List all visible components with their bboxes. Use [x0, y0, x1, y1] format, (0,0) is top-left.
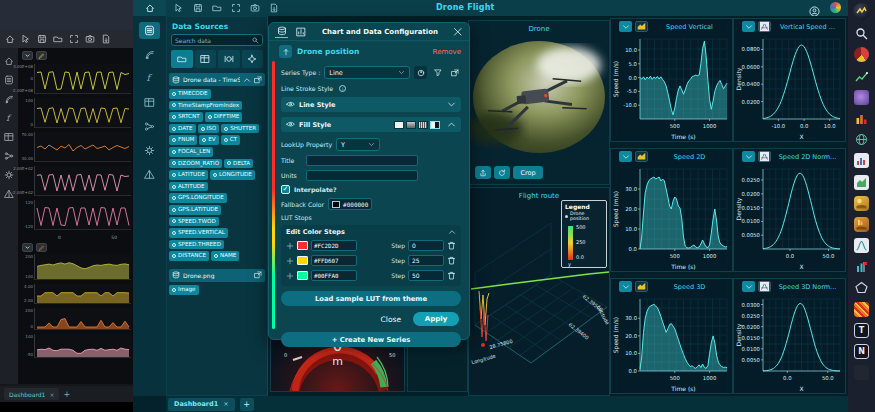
field-chip[interactable]: FOCAL_LEN	[169, 147, 213, 157]
open-icon[interactable]	[212, 3, 222, 13]
sidebar-item-broadcast[interactable]	[139, 46, 160, 63]
hand-chart-icon[interactable]	[854, 217, 869, 232]
home-icon[interactable]	[5, 34, 15, 44]
chart-menu-button[interactable]	[742, 281, 755, 292]
edit-chart-icon[interactable]	[36, 243, 47, 252]
sidebar-item-settings[interactable]	[139, 142, 160, 159]
field-chip[interactable]: DIFFTIME	[205, 112, 243, 122]
theme-color-icon[interactable]	[830, 2, 841, 13]
layout-icon[interactable]	[4, 132, 14, 142]
chart-type-icon[interactable]	[635, 151, 648, 162]
sidebar-item-data-sources[interactable]	[139, 22, 160, 39]
drone-image-panel[interactable]: Drone	[468, 20, 610, 185]
color-hex-input[interactable]: #00FFA0	[311, 270, 357, 281]
home-button[interactable]	[133, 0, 166, 16]
add-step-icon[interactable]	[286, 257, 294, 265]
trash-icon[interactable]	[447, 271, 456, 280]
color-hex-input[interactable]: #FFD607	[311, 255, 357, 266]
histogram-icon[interactable]	[854, 153, 869, 168]
crop-button[interactable]: Crop	[513, 166, 543, 179]
color-steps-header[interactable]: Edit Color Steps	[286, 228, 456, 236]
tab-tables[interactable]	[195, 50, 217, 68]
text-tool-icon[interactable]: T	[854, 323, 869, 338]
scatter-purple-icon[interactable]	[854, 90, 869, 105]
refresh-button[interactable]	[494, 166, 510, 179]
field-chip[interactable]: SPEED.THREED	[169, 240, 224, 250]
step-value-input[interactable]: 0	[408, 240, 444, 251]
lookup-select[interactable]: Y	[336, 138, 380, 151]
remove-series-button[interactable]: Remove	[433, 48, 461, 56]
field-chip[interactable]: LATITUDE	[169, 170, 208, 180]
chart-panel-speed_2d_norm[interactable]: Speed 2D Norm...0.00500.01000.01500.0200…	[733, 148, 846, 272]
step-value-input[interactable]: 50	[408, 270, 444, 281]
style-button[interactable]	[414, 66, 427, 79]
hand-coins-icon[interactable]	[854, 196, 869, 211]
fallback-color-input[interactable]: #000000	[328, 198, 372, 210]
user-account-icon[interactable]	[809, 2, 820, 13]
fullscreen-icon[interactable]	[231, 3, 241, 13]
data-sources-icon[interactable]	[4, 75, 14, 85]
pie-chart-icon[interactable]	[854, 47, 869, 62]
chart-panel-speed_3d_norm[interactable]: Speed 3D Norm...0.00500.01000.01500.0200…	[733, 278, 846, 394]
close-icon[interactable]: ×	[49, 391, 54, 398]
field-chip[interactable]: TIMECODE	[169, 89, 211, 99]
field-chip[interactable]: SRTCNT	[169, 112, 203, 122]
sidebar-item-prism[interactable]	[139, 166, 160, 183]
chart-type-icon[interactable]	[758, 151, 771, 162]
bar-chart-icon[interactable]	[854, 111, 869, 126]
save-icon[interactable]	[37, 34, 47, 44]
pointer-icon[interactable]	[21, 34, 31, 44]
disabled-tool-icon[interactable]	[854, 365, 869, 380]
open-folder-icon[interactable]	[53, 34, 63, 44]
share-icon[interactable]	[4, 151, 14, 161]
fill-solid-swatch[interactable]	[394, 121, 404, 129]
bg-dashboard-tab[interactable]: Dashboard1×	[4, 388, 59, 400]
search-input[interactable]: Search data	[171, 34, 263, 46]
chevron-down-icon[interactable]	[22, 51, 33, 60]
field-chip[interactable]: LONGITUDE	[210, 170, 255, 180]
edit-icon[interactable]	[254, 271, 262, 279]
camera-icon[interactable]	[85, 34, 95, 44]
field-chip[interactable]: EV	[199, 135, 218, 145]
field-chip[interactable]: SPEED.TWOD	[169, 217, 219, 227]
field-chip[interactable]: DISTANCE	[169, 251, 209, 261]
field-chip[interactable]: SHUTTER	[221, 124, 259, 134]
color-swatch[interactable]	[297, 256, 308, 265]
chart-menu-button[interactable]	[619, 151, 632, 162]
tab-folders[interactable]	[171, 50, 193, 68]
bell-curve-icon[interactable]	[854, 238, 869, 253]
app-logo-icon[interactable]	[853, 3, 870, 20]
gear-icon[interactable]	[4, 170, 14, 180]
color-swatch[interactable]	[297, 271, 308, 280]
fill-pattern-swatch[interactable]	[418, 121, 428, 129]
field-chip[interactable]: DELTA	[224, 159, 253, 169]
sidebar-item-layout[interactable]	[139, 94, 160, 111]
fill-split-swatch[interactable]	[430, 121, 440, 129]
field-chip[interactable]: SPEED.VERTICAL	[169, 228, 228, 238]
edit-icon[interactable]	[254, 76, 262, 84]
broadcast-icon[interactable]	[4, 94, 14, 104]
number-tool-icon[interactable]: N	[854, 344, 869, 359]
background-app-window[interactable]: f 3.00E+080-2.00E+08100070.0030.002.00E+…	[0, 30, 133, 402]
title-input[interactable]	[306, 155, 418, 166]
search-icon[interactable]	[854, 26, 869, 41]
fill-style-section[interactable]: Fill Style	[281, 117, 461, 132]
field-chip[interactable]: ALTITUDE	[169, 182, 208, 192]
load-lut-button[interactable]: Load sample LUT from theme	[281, 291, 461, 306]
field-chip[interactable]: Image	[169, 285, 199, 295]
chart-menu-button[interactable]	[742, 151, 755, 162]
field-chip[interactable]: TimeStampFromIndex	[169, 101, 242, 111]
export-icon[interactable]	[101, 34, 111, 44]
tab-chart-config[interactable]	[294, 25, 307, 38]
function-icon[interactable]: f	[4, 113, 14, 123]
add-tab-button[interactable]: +	[240, 398, 254, 411]
data-group-header[interactable]: Drone.png	[169, 269, 265, 282]
chevron-down-icon[interactable]	[22, 243, 33, 252]
chart-panel-speed_2d[interactable]: Speed 2D0.010.020.030.05001000Time (s)Sp…	[610, 148, 733, 272]
chart-type-icon[interactable]	[758, 281, 771, 292]
add-tab-button[interactable]: +	[63, 390, 70, 399]
chart-type-icon[interactable]	[635, 21, 648, 32]
chart-panel-speed_vertical[interactable]: Speed Vertical10.05.00.0-5.0-10.05001000…	[610, 18, 733, 142]
trash-icon[interactable]	[447, 256, 456, 265]
upload-button[interactable]	[475, 166, 491, 179]
